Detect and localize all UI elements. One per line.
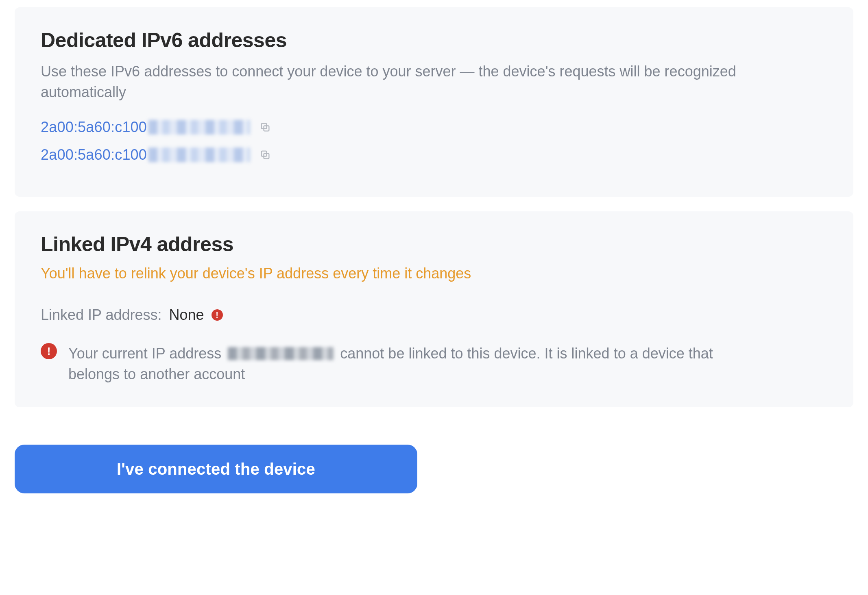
redacted-ipv6-suffix [148, 120, 250, 135]
error-prefix: Your current IP address [68, 345, 221, 362]
linked-ip-row: Linked IP address: None [41, 306, 827, 324]
ipv6-title: Dedicated IPv6 addresses [41, 28, 827, 52]
ipv6-address-row: 2a00:5a60:c100 [41, 119, 827, 136]
redacted-ipv6-suffix [148, 148, 250, 162]
linked-ip-value: None [169, 306, 204, 324]
linked-ip-label: Linked IP address: [41, 306, 162, 324]
ip-link-error: Your current IP address cannot be linked… [41, 343, 757, 384]
ipv6-address-prefix: 2a00:5a60:c100 [41, 146, 147, 163]
ipv6-address-text: 2a00:5a60:c100 [41, 119, 250, 136]
alert-icon [41, 343, 57, 359]
copy-icon[interactable] [257, 147, 273, 163]
ipv4-warning: You'll have to relink your device's IP a… [41, 265, 827, 282]
ipv6-address-text: 2a00:5a60:c100 [41, 146, 250, 163]
ipv4-title: Linked IPv4 address [41, 232, 827, 256]
copy-icon[interactable] [257, 119, 273, 135]
alert-icon [212, 309, 223, 321]
redacted-current-ip [228, 347, 334, 360]
ip-link-error-text: Your current IP address cannot be linked… [68, 343, 757, 384]
ipv6-description: Use these IPv6 addresses to connect your… [41, 61, 740, 102]
ipv6-address-prefix: 2a00:5a60:c100 [41, 119, 147, 135]
ipv6-address-row: 2a00:5a60:c100 [41, 146, 827, 163]
ipv6-card: Dedicated IPv6 addresses Use these IPv6 … [15, 7, 853, 197]
ipv4-card: Linked IPv4 address You'll have to relin… [15, 211, 853, 407]
connected-device-button[interactable]: I've connected the device [15, 445, 417, 493]
